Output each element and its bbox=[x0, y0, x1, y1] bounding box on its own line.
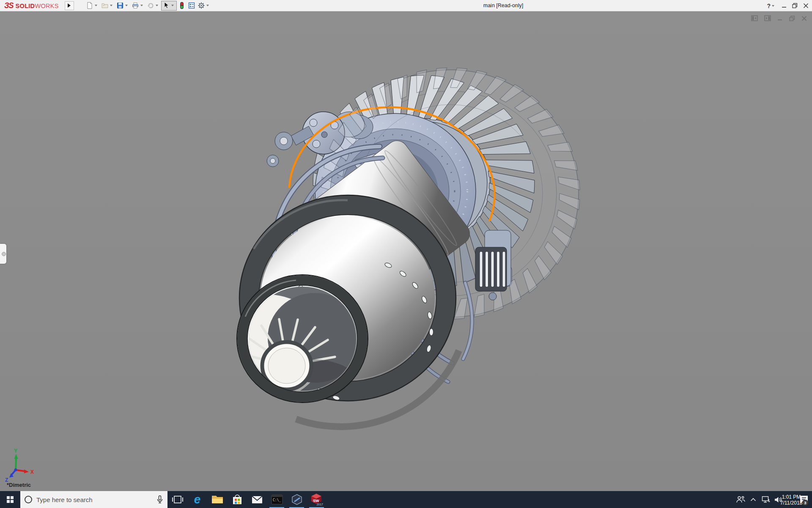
mail-icon bbox=[251, 495, 263, 504]
search-placeholder: Type here to search bbox=[36, 496, 152, 503]
stoplight-icon bbox=[178, 2, 186, 9]
mount-bracket[interactable] bbox=[267, 126, 314, 167]
taskbar-app-edge[interactable]: e bbox=[187, 491, 207, 508]
svg-text:2017: 2017 bbox=[316, 503, 323, 506]
windows-logo-icon bbox=[7, 496, 14, 503]
triad-x-label: X bbox=[30, 469, 34, 475]
notification-badge: 3 bbox=[802, 500, 808, 505]
tray-expand-button[interactable] bbox=[747, 491, 760, 508]
title-bar: ЗS SOLID WORKS bbox=[0, 0, 812, 11]
jet-engine-model[interactable]: Y X Z bbox=[0, 12, 812, 491]
rebuild-button[interactable] bbox=[177, 1, 187, 11]
network-icon bbox=[762, 496, 770, 503]
document-title: main [Read-only] bbox=[459, 0, 548, 11]
command-prompt-icon: C:\_ bbox=[271, 494, 283, 505]
dock-pane-right-icon[interactable] bbox=[764, 15, 771, 21]
dropdown-caret-icon[interactable] bbox=[156, 5, 158, 6]
taskbar-app-command-prompt[interactable]: C:\_ bbox=[267, 491, 287, 508]
print-button[interactable] bbox=[131, 1, 145, 11]
save-button[interactable] bbox=[115, 1, 130, 11]
properties-list-icon bbox=[188, 2, 195, 9]
feature-tree-collapsed-tab[interactable] bbox=[0, 244, 6, 264]
task-view-icon bbox=[172, 495, 183, 504]
taskbar-search-input[interactable]: Type here to search bbox=[20, 491, 167, 508]
taskbar-app-file-explorer[interactable] bbox=[207, 491, 227, 508]
menu-expand-button[interactable] bbox=[65, 1, 74, 10]
cortana-icon bbox=[25, 496, 32, 503]
mdi-minimize-icon[interactable] bbox=[777, 16, 783, 21]
people-icon bbox=[736, 496, 745, 503]
brand-works: WORKS bbox=[35, 3, 58, 9]
file-explorer-icon bbox=[211, 494, 224, 505]
3d-viewport[interactable]: Y X Z *Dimetric bbox=[0, 12, 812, 491]
solidworks-2017-icon: SW 2017 bbox=[310, 493, 324, 506]
dropdown-caret-icon[interactable] bbox=[772, 5, 774, 7]
taskbar-app-store[interactable] bbox=[227, 491, 247, 508]
view-orientation-label: *Dimetric bbox=[7, 482, 31, 488]
new-document-button[interactable] bbox=[85, 1, 100, 11]
restore-button[interactable] bbox=[792, 3, 798, 8]
dock-pane-left-icon[interactable] bbox=[751, 15, 758, 21]
svg-text:C:\_: C:\_ bbox=[273, 498, 281, 502]
store-icon bbox=[231, 494, 243, 505]
solidworks-desktop: { "window": { "brand": {"mark": "ЗS", "n… bbox=[0, 0, 812, 508]
dropdown-caret-icon[interactable] bbox=[171, 5, 174, 6]
windows-taskbar: Type here to search e bbox=[0, 491, 812, 508]
people-button[interactable] bbox=[734, 491, 747, 508]
taskbar-app-hexagon[interactable] bbox=[287, 491, 307, 508]
help-button[interactable]: ? bbox=[767, 3, 776, 9]
clock[interactable]: 1:01 PM7/11/2018 bbox=[785, 491, 798, 508]
svg-text:SW: SW bbox=[313, 499, 319, 503]
action-center-button[interactable]: 3 bbox=[798, 491, 810, 508]
new-document-icon bbox=[86, 2, 93, 9]
task-view-button[interactable] bbox=[167, 491, 187, 508]
open-button[interactable] bbox=[100, 1, 115, 11]
network-button[interactable] bbox=[760, 491, 772, 508]
triad-y-label: Y bbox=[14, 448, 17, 454]
solidworks-logo: ЗS SOLID WORKS bbox=[0, 1, 59, 10]
mdi-close-icon[interactable] bbox=[801, 16, 807, 21]
system-tray: 1:01 PM7/11/2018 3 bbox=[734, 491, 812, 508]
edge-icon: e bbox=[194, 494, 201, 505]
save-floppy-icon bbox=[116, 2, 124, 9]
open-folder-icon bbox=[101, 2, 109, 9]
undo-button[interactable] bbox=[146, 1, 161, 11]
ds-logo-mark-icon: ЗS bbox=[4, 1, 14, 10]
dropdown-caret-icon[interactable] bbox=[206, 5, 209, 6]
help-icon: ? bbox=[767, 3, 771, 9]
undo-arrow-icon bbox=[147, 2, 154, 9]
taskbar-app-solidworks[interactable]: SW 2017 bbox=[307, 491, 326, 508]
orientation-triad: Y X Z bbox=[5, 448, 34, 483]
select-tool-button[interactable] bbox=[161, 1, 177, 11]
taskbar-app-mail[interactable] bbox=[247, 491, 267, 508]
close-button[interactable] bbox=[803, 3, 809, 8]
display-settings-button[interactable] bbox=[187, 1, 196, 11]
gear-icon bbox=[198, 2, 205, 9]
brand-solid: SOLID bbox=[16, 3, 35, 9]
minimize-button[interactable] bbox=[782, 3, 787, 8]
expand-arrow-icon bbox=[68, 3, 71, 8]
options-button[interactable] bbox=[197, 1, 211, 11]
hexagon-app-icon bbox=[291, 494, 303, 505]
dropdown-caret-icon[interactable] bbox=[95, 5, 97, 6]
dropdown-caret-icon[interactable] bbox=[140, 5, 143, 6]
chevron-up-icon bbox=[750, 498, 756, 502]
quick-access-toolbar bbox=[85, 1, 211, 11]
window-controls: ? bbox=[767, 0, 809, 11]
dropdown-caret-icon[interactable] bbox=[110, 5, 112, 6]
print-icon bbox=[132, 2, 139, 9]
start-button[interactable] bbox=[0, 491, 20, 508]
mdi-window-controls bbox=[751, 15, 807, 21]
microphone-icon[interactable] bbox=[156, 495, 163, 504]
select-cursor-icon bbox=[162, 2, 170, 9]
dropdown-caret-icon[interactable] bbox=[125, 5, 128, 6]
mdi-restore-icon[interactable] bbox=[789, 16, 795, 21]
